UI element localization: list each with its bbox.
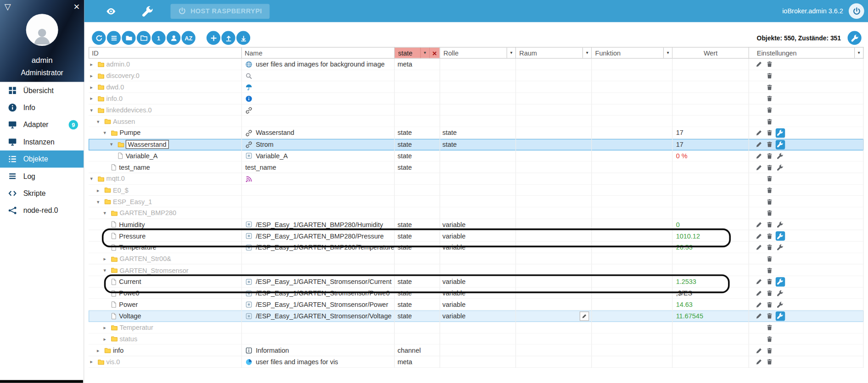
delete-object-button[interactable] — [765, 151, 774, 161]
delete-object-button[interactable] — [765, 60, 774, 69]
tree-expander[interactable]: ▸ — [90, 359, 98, 365]
edit-object-button[interactable] — [754, 346, 764, 355]
collapse-triangle-icon[interactable]: ▽ — [5, 2, 11, 12]
tree-expander[interactable]: ▾ — [104, 267, 111, 273]
object-row[interactable]: ▸Temperatur — [89, 322, 864, 333]
sidebar-item-uebersicht[interactable]: Übersicht — [0, 82, 84, 99]
object-row[interactable]: Power/ESP_Easy_1/GARTEN_Stromsensor/Powe… — [89, 299, 864, 311]
tree-expander[interactable]: ▾ — [110, 142, 118, 147]
delete-object-button[interactable] — [765, 231, 774, 241]
add-object-button[interactable] — [207, 31, 220, 45]
sidebar-item-instanzen[interactable]: Instanzen — [0, 133, 84, 150]
custom-settings-button[interactable] — [775, 128, 785, 138]
edit-object-button[interactable] — [754, 357, 764, 367]
rolle-filter-select[interactable]: Rolle▾ — [440, 48, 515, 58]
sidebar-item-info[interactable]: Info — [0, 99, 84, 116]
system-settings-button[interactable] — [140, 5, 154, 18]
delete-object-button[interactable] — [765, 128, 774, 138]
close-icon[interactable]: × — [73, 0, 79, 13]
download-objects-button[interactable] — [236, 31, 250, 45]
object-row[interactable]: ▾linkeddevices.0 — [89, 105, 864, 116]
raum-filter-select[interactable]: Raum▾ — [516, 48, 591, 58]
object-row[interactable]: ▾Aussen — [89, 116, 864, 128]
sort-az-button[interactable]: AZ — [182, 31, 196, 45]
clear-type-filter-button[interactable]: × — [429, 48, 440, 58]
einstellungen-select[interactable]: Einstellungen▾ — [749, 48, 863, 58]
expand-all-button[interactable] — [122, 31, 135, 45]
custom-settings-button[interactable] — [775, 231, 785, 241]
funktion-filter-select[interactable]: Funktion▾ — [592, 48, 672, 58]
edit-object-button[interactable] — [754, 220, 764, 229]
list-view-button[interactable] — [107, 31, 121, 45]
upload-objects-button[interactable] — [221, 31, 235, 45]
object-row[interactable]: ▸dwd.0 — [89, 82, 864, 93]
events-eye-button[interactable] — [104, 5, 118, 18]
custom-settings-button[interactable] — [775, 163, 785, 172]
host-button[interactable]: HOST RASPBERRYPI — [170, 4, 269, 19]
delete-object-button[interactable] — [765, 105, 774, 115]
delete-object-button[interactable] — [765, 197, 774, 206]
delete-object-button[interactable] — [765, 311, 774, 321]
object-row[interactable]: ▾WasserstandStromstatestate17 — [89, 139, 864, 150]
custom-settings-button[interactable] — [775, 289, 785, 298]
object-row[interactable]: ▸E0_$ — [89, 184, 864, 196]
delete-object-button[interactable] — [765, 94, 774, 104]
columns-settings-button[interactable] — [848, 31, 862, 45]
edit-object-button[interactable] — [754, 311, 764, 321]
delete-object-button[interactable] — [765, 334, 774, 344]
type-filter-select[interactable]: state▾ — [395, 48, 429, 58]
object-row[interactable]: Voltage/ESP_Easy_1/GARTEN_Stromsensor/Vo… — [89, 311, 864, 322]
id-filter-input[interactable] — [89, 48, 241, 58]
refresh-button[interactable] — [92, 31, 106, 45]
sidebar-item-log[interactable]: Log — [0, 167, 84, 184]
delete-object-button[interactable] — [765, 140, 774, 150]
edit-object-button[interactable] — [754, 300, 764, 310]
delete-object-button[interactable] — [765, 346, 774, 355]
object-row[interactable]: ▸vis.0user files and images for vismeta — [89, 356, 864, 368]
delete-object-button[interactable] — [765, 174, 774, 184]
delete-object-button[interactable] — [765, 323, 774, 333]
custom-settings-button[interactable] — [775, 300, 785, 310]
object-row[interactable]: ▸status — [89, 333, 864, 345]
edit-object-button[interactable] — [754, 277, 764, 287]
delete-object-button[interactable] — [765, 186, 774, 195]
sidebar-item-node-red-0[interactable]: node-red.0 — [0, 202, 84, 219]
delete-object-button[interactable] — [765, 289, 774, 298]
delete-object-button[interactable] — [765, 277, 774, 287]
tree-expander[interactable]: ▸ — [90, 73, 98, 78]
edit-object-button[interactable] — [754, 128, 764, 138]
custom-settings-button[interactable] — [775, 311, 785, 321]
object-row[interactable]: ▸info.0 — [89, 93, 864, 105]
edit-object-button[interactable] — [754, 140, 764, 150]
room-edit-button[interactable] — [580, 311, 589, 321]
delete-object-button[interactable] — [765, 243, 774, 252]
object-row[interactable]: ▾GARTEN_BMP280 — [89, 207, 864, 219]
edit-object-button[interactable] — [754, 163, 764, 172]
delete-object-button[interactable] — [765, 117, 774, 127]
edit-object-button[interactable] — [754, 243, 764, 252]
delete-object-button[interactable] — [765, 266, 774, 275]
custom-settings-button[interactable] — [775, 243, 785, 252]
logout-button[interactable] — [849, 3, 864, 19]
tree-expander[interactable]: ▾ — [97, 119, 104, 124]
tree-expander[interactable]: ▸ — [97, 348, 104, 353]
object-row[interactable]: Temperature/ESP_Easy_1/GARTEN_BMP280/Tem… — [89, 242, 864, 253]
filter-users-button[interactable] — [167, 31, 180, 45]
custom-settings-button[interactable] — [775, 151, 785, 161]
delete-object-button[interactable] — [765, 71, 774, 81]
custom-settings-button[interactable] — [775, 140, 785, 150]
object-row[interactable]: Current/ESP_Easy_1/GARTEN_Stromsensor/Cu… — [89, 276, 864, 288]
object-row[interactable]: ▾ESP_Easy_1 — [89, 196, 864, 207]
object-row[interactable]: ▸admin.0user files and images for backgr… — [89, 59, 864, 70]
delete-object-button[interactable] — [765, 163, 774, 172]
object-row[interactable]: Pressure/ESP_Easy_1/GARTEN_BMP280/Pressu… — [89, 230, 864, 242]
edit-object-button[interactable] — [754, 231, 764, 241]
object-row[interactable]: ▸discovery.0 — [89, 70, 864, 82]
object-row[interactable]: Powe0/ESP_Easy_1/GARTEN_Stromsensor/Powe… — [89, 288, 864, 299]
object-row[interactable]: ▾mqtt.0 — [89, 173, 864, 184]
tree-expander[interactable]: ▸ — [104, 336, 111, 342]
delete-object-button[interactable] — [765, 83, 774, 92]
delete-object-button[interactable] — [765, 300, 774, 310]
edit-object-button[interactable] — [754, 151, 764, 161]
object-row[interactable]: Variable_AVariable_Astate0 % — [89, 150, 864, 161]
